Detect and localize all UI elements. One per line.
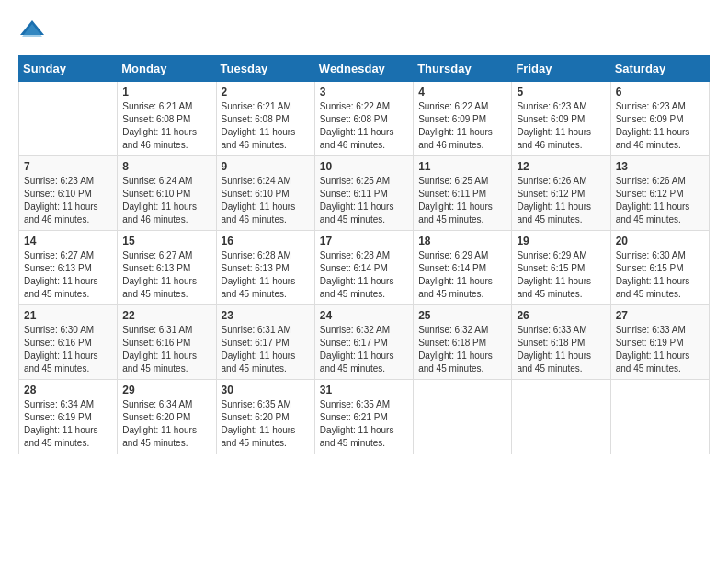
calendar-cell: 11 Sunrise: 6:25 AMSunset: 6:11 PMDaylig…	[414, 156, 512, 231]
cell-info: Sunrise: 6:23 AMSunset: 6:09 PMDaylight:…	[616, 100, 704, 152]
day-number: 14	[24, 235, 112, 247]
week-row-1: 1 Sunrise: 6:21 AMSunset: 6:08 PMDayligh…	[19, 82, 710, 156]
calendar-cell: 3 Sunrise: 6:22 AMSunset: 6:08 PMDayligh…	[314, 82, 413, 156]
calendar-cell: 25 Sunrise: 6:32 AMSunset: 6:18 PMDaylig…	[414, 305, 512, 380]
cell-info: Sunrise: 6:29 AMSunset: 6:15 PMDaylight:…	[517, 249, 605, 301]
day-number: 7	[24, 160, 112, 173]
cell-info: Sunrise: 6:24 AMSunset: 6:10 PMDaylight:…	[122, 175, 210, 226]
week-row-5: 28 Sunrise: 6:34 AMSunset: 6:19 PMDaylig…	[19, 380, 710, 454]
calendar-cell: 8 Sunrise: 6:24 AMSunset: 6:10 PMDayligh…	[118, 156, 216, 231]
calendar-cell: 30 Sunrise: 6:35 AMSunset: 6:20 PMDaylig…	[216, 380, 314, 454]
calendar-cell: 17 Sunrise: 6:28 AMSunset: 6:14 PMDaylig…	[314, 231, 413, 305]
col-header-wednesday: Wednesday	[314, 56, 413, 82]
calendar-cell: 21 Sunrise: 6:30 AMSunset: 6:16 PMDaylig…	[19, 305, 118, 380]
day-number: 17	[320, 235, 408, 247]
day-number: 20	[616, 235, 704, 247]
day-number: 12	[517, 160, 605, 173]
week-row-3: 14 Sunrise: 6:27 AMSunset: 6:13 PMDaylig…	[19, 231, 710, 305]
calendar-table: SundayMondayTuesdayWednesdayThursdayFrid…	[18, 55, 710, 454]
col-header-monday: Monday	[118, 56, 216, 82]
calendar-cell: 5 Sunrise: 6:23 AMSunset: 6:09 PMDayligh…	[512, 82, 610, 156]
calendar-cell: 29 Sunrise: 6:34 AMSunset: 6:20 PMDaylig…	[118, 380, 216, 454]
calendar-cell	[414, 380, 512, 454]
day-number: 10	[320, 160, 408, 173]
calendar-cell: 14 Sunrise: 6:27 AMSunset: 6:13 PMDaylig…	[19, 231, 118, 305]
day-number: 21	[24, 309, 112, 322]
cell-info: Sunrise: 6:31 AMSunset: 6:17 PMDaylight:…	[222, 324, 310, 375]
day-number: 19	[517, 235, 605, 247]
cell-info: Sunrise: 6:32 AMSunset: 6:17 PMDaylight:…	[320, 324, 408, 375]
cell-info: Sunrise: 6:35 AMSunset: 6:21 PMDaylight:…	[320, 398, 408, 450]
day-number: 2	[222, 86, 310, 98]
calendar-cell: 20 Sunrise: 6:30 AMSunset: 6:15 PMDaylig…	[610, 231, 709, 305]
cell-info: Sunrise: 6:34 AMSunset: 6:20 PMDaylight:…	[122, 398, 210, 450]
day-number: 24	[320, 309, 408, 322]
page-header	[18, 18, 710, 46]
calendar-header-row: SundayMondayTuesdayWednesdayThursdayFrid…	[19, 56, 710, 82]
cell-info: Sunrise: 6:29 AMSunset: 6:14 PMDaylight:…	[418, 249, 506, 301]
col-header-friday: Friday	[512, 56, 610, 82]
col-header-sunday: Sunday	[19, 56, 118, 82]
calendar-cell: 10 Sunrise: 6:25 AMSunset: 6:11 PMDaylig…	[314, 156, 413, 231]
day-number: 13	[616, 160, 704, 173]
calendar-cell: 24 Sunrise: 6:32 AMSunset: 6:17 PMDaylig…	[314, 305, 413, 380]
cell-info: Sunrise: 6:30 AMSunset: 6:16 PMDaylight:…	[24, 324, 112, 375]
day-number: 11	[418, 160, 506, 173]
week-row-2: 7 Sunrise: 6:23 AMSunset: 6:10 PMDayligh…	[19, 156, 710, 231]
calendar-cell: 28 Sunrise: 6:34 AMSunset: 6:19 PMDaylig…	[19, 380, 118, 454]
day-number: 15	[122, 235, 210, 247]
calendar-cell: 6 Sunrise: 6:23 AMSunset: 6:09 PMDayligh…	[610, 82, 709, 156]
day-number: 3	[320, 86, 408, 98]
calendar-cell: 15 Sunrise: 6:27 AMSunset: 6:13 PMDaylig…	[118, 231, 216, 305]
calendar-cell: 16 Sunrise: 6:28 AMSunset: 6:13 PMDaylig…	[216, 231, 314, 305]
calendar-cell: 31 Sunrise: 6:35 AMSunset: 6:21 PMDaylig…	[314, 380, 413, 454]
cell-info: Sunrise: 6:26 AMSunset: 6:12 PMDaylight:…	[517, 175, 605, 226]
logo	[18, 18, 50, 46]
cell-info: Sunrise: 6:21 AMSunset: 6:08 PMDaylight:…	[222, 100, 310, 152]
cell-info: Sunrise: 6:25 AMSunset: 6:11 PMDaylight:…	[320, 175, 408, 226]
day-number: 16	[222, 235, 310, 247]
day-number: 6	[616, 86, 704, 98]
calendar-cell	[512, 380, 610, 454]
col-header-thursday: Thursday	[414, 56, 512, 82]
day-number: 26	[517, 309, 605, 322]
cell-info: Sunrise: 6:27 AMSunset: 6:13 PMDaylight:…	[24, 249, 112, 301]
calendar-cell: 2 Sunrise: 6:21 AMSunset: 6:08 PMDayligh…	[216, 82, 314, 156]
col-header-saturday: Saturday	[610, 56, 709, 82]
cell-info: Sunrise: 6:28 AMSunset: 6:13 PMDaylight:…	[222, 249, 310, 301]
cell-info: Sunrise: 6:27 AMSunset: 6:13 PMDaylight:…	[122, 249, 210, 301]
cell-info: Sunrise: 6:24 AMSunset: 6:10 PMDaylight:…	[222, 175, 310, 226]
calendar-cell: 12 Sunrise: 6:26 AMSunset: 6:12 PMDaylig…	[512, 156, 610, 231]
day-number: 18	[418, 235, 506, 247]
cell-info: Sunrise: 6:33 AMSunset: 6:19 PMDaylight:…	[616, 324, 704, 375]
cell-info: Sunrise: 6:23 AMSunset: 6:09 PMDaylight:…	[517, 100, 605, 152]
cell-info: Sunrise: 6:23 AMSunset: 6:10 PMDaylight:…	[24, 175, 112, 226]
cell-info: Sunrise: 6:22 AMSunset: 6:09 PMDaylight:…	[418, 100, 506, 152]
cell-info: Sunrise: 6:34 AMSunset: 6:19 PMDaylight:…	[24, 398, 112, 450]
cell-info: Sunrise: 6:35 AMSunset: 6:20 PMDaylight:…	[222, 398, 310, 450]
calendar-cell: 23 Sunrise: 6:31 AMSunset: 6:17 PMDaylig…	[216, 305, 314, 380]
calendar-cell: 27 Sunrise: 6:33 AMSunset: 6:19 PMDaylig…	[610, 305, 709, 380]
cell-info: Sunrise: 6:26 AMSunset: 6:12 PMDaylight:…	[616, 175, 704, 226]
day-number: 30	[222, 384, 310, 396]
day-number: 8	[122, 160, 210, 173]
logo-icon	[18, 18, 46, 46]
day-number: 29	[122, 384, 210, 396]
calendar-cell: 18 Sunrise: 6:29 AMSunset: 6:14 PMDaylig…	[414, 231, 512, 305]
day-number: 9	[222, 160, 310, 173]
cell-info: Sunrise: 6:28 AMSunset: 6:14 PMDaylight:…	[320, 249, 408, 301]
day-number: 27	[616, 309, 704, 322]
day-number: 5	[517, 86, 605, 98]
week-row-4: 21 Sunrise: 6:30 AMSunset: 6:16 PMDaylig…	[19, 305, 710, 380]
col-header-tuesday: Tuesday	[216, 56, 314, 82]
calendar-cell: 9 Sunrise: 6:24 AMSunset: 6:10 PMDayligh…	[216, 156, 314, 231]
day-number: 1	[122, 86, 210, 98]
cell-info: Sunrise: 6:25 AMSunset: 6:11 PMDaylight:…	[418, 175, 506, 226]
calendar-cell: 1 Sunrise: 6:21 AMSunset: 6:08 PMDayligh…	[118, 82, 216, 156]
cell-info: Sunrise: 6:32 AMSunset: 6:18 PMDaylight:…	[418, 324, 506, 375]
cell-info: Sunrise: 6:22 AMSunset: 6:08 PMDaylight:…	[320, 100, 408, 152]
cell-info: Sunrise: 6:30 AMSunset: 6:15 PMDaylight:…	[616, 249, 704, 301]
calendar-cell	[610, 380, 709, 454]
calendar-cell: 13 Sunrise: 6:26 AMSunset: 6:12 PMDaylig…	[610, 156, 709, 231]
day-number: 28	[24, 384, 112, 396]
